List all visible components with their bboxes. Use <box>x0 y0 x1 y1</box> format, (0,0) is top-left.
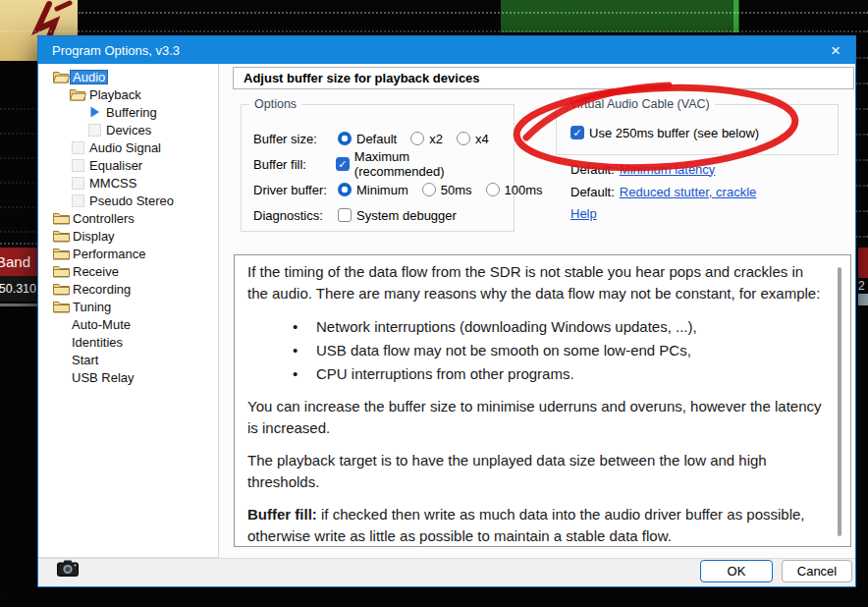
list-item: CPU interruptions from other programs. <box>293 362 825 386</box>
vac-group: Virtual Audio Cable (VAC) ✓ Use 250ms bu… <box>556 104 839 155</box>
buffer-fill-label: Buffer fill: <box>253 157 336 172</box>
radio-driver-50ms[interactable]: 50ms <box>422 183 472 197</box>
diagnostics-label: Diagnostics: <box>253 208 338 223</box>
driver-buffer-label: Driver buffer: <box>253 183 338 197</box>
scrollbar-thumb[interactable] <box>838 267 841 536</box>
options-group-title: Options <box>249 97 301 111</box>
help-link[interactable]: Help <box>570 206 597 221</box>
closed-folder-icon <box>52 265 70 278</box>
page-placeholder-icon <box>69 194 86 207</box>
checkbox-system-debugger[interactable]: ✓ System debugger <box>338 208 457 223</box>
default-stutter-row: Default: Reduced stutter, crackle <box>570 184 756 199</box>
radio-driver-100ms[interactable]: 100ms <box>486 183 543 197</box>
closed-folder-icon <box>52 212 70 225</box>
open-folder-icon <box>69 88 86 101</box>
tree-item-audio[interactable]: Audio <box>38 68 218 85</box>
tree-item-identities[interactable]: Identities <box>38 333 218 351</box>
radio-buffer-default[interactable]: Default <box>338 132 397 146</box>
radio-driver-minimum[interactable]: Minimum <box>338 183 408 197</box>
dialog-title: Program Options, v3.3 <box>52 43 180 58</box>
tree-item-playback[interactable]: Playback <box>38 85 218 103</box>
info-bullet-list: Network interruptions (downloading Windo… <box>247 315 825 386</box>
tree-item-auto-mute[interactable]: Auto-Mute <box>38 315 218 333</box>
band-button[interactable]: Band <box>0 248 37 276</box>
tree-item-tuning[interactable]: Tuning <box>38 298 218 315</box>
checkbox-icon[interactable]: ✓ <box>338 208 352 222</box>
tree-item-receive[interactable]: Receive <box>38 262 218 280</box>
screen: Band 50.310 2 Program Options, v3.3 × Au… <box>0 0 868 607</box>
tree-item-audio-signal[interactable]: Audio Signal <box>38 138 218 156</box>
tree-item-display[interactable]: Display <box>38 227 218 245</box>
dialog-titlebar[interactable]: Program Options, v3.3 × <box>38 36 855 64</box>
page-placeholder-icon <box>69 159 86 172</box>
background-spectrum-band <box>501 0 739 32</box>
background-spectrum-marker <box>733 0 738 32</box>
radio-buffer-x4[interactable]: x4 <box>457 132 489 146</box>
tree-item-usb-relay[interactable]: USB Relay <box>38 368 218 386</box>
closed-folder-icon <box>52 301 70 313</box>
page-placeholder-icon <box>69 141 86 154</box>
tree-item-devices[interactable]: Devices <box>38 121 218 138</box>
closed-folder-icon <box>52 283 70 296</box>
radio-icon[interactable] <box>338 132 352 145</box>
radio-icon[interactable] <box>338 183 352 196</box>
checkbox-maximum[interactable]: ✓ Maximum (recommended) <box>336 149 500 179</box>
list-item: USB data flow may not be smooth on some … <box>293 339 825 362</box>
tree-item-equaliser[interactable]: Equaliser <box>38 156 218 174</box>
background-fragment <box>858 294 868 305</box>
tree-item-mmcss[interactable]: MMCSS <box>38 174 218 192</box>
page-placeholder-icon <box>85 124 103 137</box>
program-options-dialog: Program Options, v3.3 × AudioPlaybackBuf… <box>37 35 856 587</box>
options-group: Options Buffer size: Default x2 x4 Buffe… <box>241 104 515 232</box>
closed-folder-icon <box>52 230 70 243</box>
camera-icon <box>57 560 79 577</box>
checkbox-icon[interactable]: ✓ <box>570 126 584 139</box>
tree-item-pseudo-stereo[interactable]: Pseudo Stereo <box>38 192 218 209</box>
radio-icon[interactable] <box>457 132 470 145</box>
tree-item-controllers[interactable]: Controllers <box>38 209 218 227</box>
list-item: Network interruptions (downloading Windo… <box>293 315 825 339</box>
close-icon[interactable]: × <box>826 40 845 60</box>
closed-folder-icon <box>52 248 70 260</box>
tree-item-start[interactable]: Start <box>38 351 218 368</box>
current-page-icon <box>85 106 103 118</box>
page-title: Adjust buffer size for playback devices <box>233 67 854 89</box>
tree-item-performance[interactable]: Performance <box>38 245 218 262</box>
vac-group-title: Virtual Audio Cable (VAC) <box>565 97 715 111</box>
frequency-readout: 50.310 <box>0 276 36 302</box>
ok-button[interactable]: OK <box>700 560 773 582</box>
options-tree: AudioPlaybackBufferingDevicesAudio Signa… <box>38 64 219 558</box>
diagnostics-row: Diagnostics: ✓ System debugger <box>253 207 470 223</box>
buffer-size-row: Buffer size: Default x2 x4 <box>253 131 503 146</box>
tree-item-buffering[interactable]: Buffering <box>38 103 218 121</box>
info-paragraph: Buffer fill: if checked then write as mu… <box>247 504 825 547</box>
info-paragraph: If the timing of the data flow from the … <box>247 261 825 304</box>
background-band-fragment <box>858 248 868 278</box>
driver-buffer-row: Driver buffer: Minimum 50ms 100ms <box>253 182 557 197</box>
default-latency-row: Default: Minimum latency <box>570 161 715 177</box>
radio-icon[interactable] <box>422 183 436 196</box>
checkbox-icon[interactable]: ✓ <box>336 157 350 171</box>
checkbox-vac-buffer[interactable]: ✓ Use 250ms buffer (see below) <box>570 126 759 140</box>
open-folder-icon <box>52 71 70 83</box>
page-placeholder-icon <box>69 177 86 190</box>
minimum-latency-link[interactable]: Minimum latency <box>620 162 716 177</box>
tree-item-recording[interactable]: Recording <box>38 280 218 298</box>
radio-buffer-x2[interactable]: x2 <box>410 132 443 146</box>
radio-icon[interactable] <box>486 183 500 196</box>
vac-row: ✓ Use 250ms buffer (see below) <box>570 125 773 140</box>
reduced-stutter-link[interactable]: Reduced stutter, crackle <box>620 185 756 199</box>
cancel-button[interactable]: Cancel <box>782 560 852 582</box>
info-paragraph: You can increase the buffer size to mini… <box>247 396 825 439</box>
divider <box>0 304 37 306</box>
frequency-digit-fragment: 2 <box>858 279 868 293</box>
info-text-panel: If the timing of the data flow from the … <box>234 254 851 547</box>
info-paragraph: The playback target is to have the unpla… <box>247 450 825 493</box>
buffer-size-label: Buffer size: <box>253 132 338 146</box>
radio-icon[interactable] <box>410 132 424 145</box>
help-row: Help <box>570 205 597 221</box>
buffer-fill-row: Buffer fill: ✓ Maximum (recommended) <box>253 156 514 172</box>
screenshot-camera-button[interactable] <box>57 560 79 580</box>
